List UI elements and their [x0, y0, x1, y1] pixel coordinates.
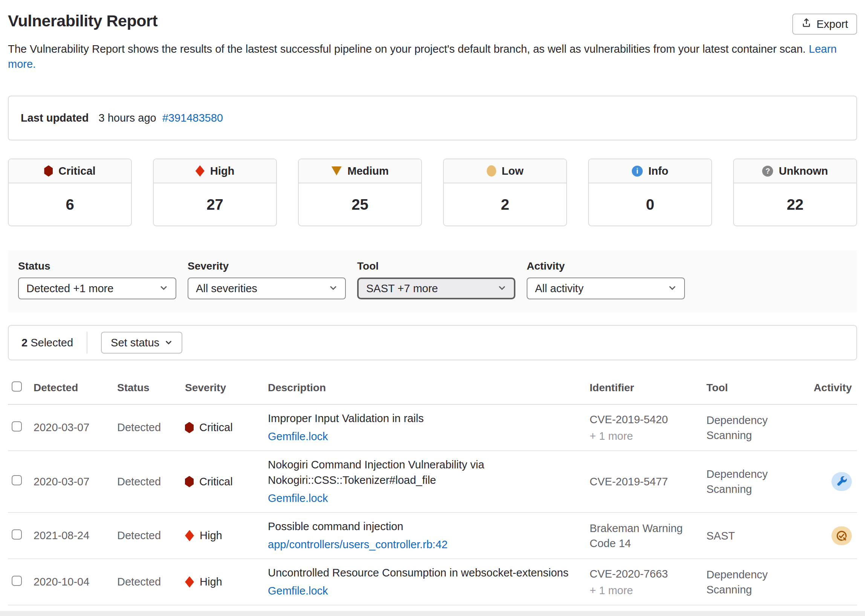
severity-card-info: Info 0 [588, 159, 712, 226]
selection-bar: 2 Selected Set status [8, 325, 857, 360]
header-description: Description [268, 382, 589, 394]
filter-activity: Activity All activity [527, 260, 685, 299]
activity-filter-value: All activity [535, 282, 584, 295]
row-checkbox[interactable] [12, 576, 22, 586]
card-count: 22 [734, 183, 856, 226]
cell-status: Detected [117, 530, 185, 542]
severity-summary: Critical 6 High 27 Medium 25 Low 2 [8, 159, 857, 226]
card-count: 27 [154, 183, 276, 226]
export-button[interactable]: Export [792, 14, 857, 35]
set-status-button[interactable]: Set status [101, 332, 182, 354]
vulnerability-title-link[interactable]: Possible command injection [268, 519, 581, 534]
issue-resolved-icon [832, 526, 852, 545]
location-link[interactable]: Gemfile.lock [268, 583, 328, 599]
table-row: 2020-03-07 Detected Critical Improper In… [8, 405, 857, 451]
cell-identifier: Brakeman Warning Code 14 [589, 521, 697, 551]
cell-activity [797, 526, 857, 545]
card-label: Medium [347, 165, 389, 178]
identifier-more: + 1 more [589, 583, 697, 598]
cell-identifier: CVE-2019-5420 [589, 412, 697, 427]
vulnerability-title-link[interactable]: Nokogiri Command Injection Vulnerability… [268, 457, 581, 488]
cell-activity [797, 472, 857, 491]
vulnerability-title-link[interactable]: Improper Input Validation in rails [268, 411, 581, 426]
chevron-down-icon [165, 336, 173, 349]
cell-identifier: CVE-2020-7663 [589, 566, 697, 581]
cell-severity: Critical [199, 421, 233, 434]
severity-filter-dropdown[interactable]: All severities [187, 278, 346, 299]
header-tool: Tool [706, 382, 797, 394]
table-body: 2020-03-07 Detected Critical Improper In… [8, 405, 857, 616]
severity-card-high: High 27 [153, 159, 277, 226]
cell-detected: 2021-08-24 [33, 530, 117, 542]
page-title: Vulnerability Report [8, 11, 158, 31]
activity-filter-dropdown[interactable]: All activity [527, 278, 685, 299]
row-checkbox[interactable] [12, 475, 22, 486]
cell-status: Detected [117, 476, 185, 488]
severity-card-critical: Critical 6 [8, 159, 132, 226]
page-header: Vulnerability Report Export [8, 0, 857, 35]
last-updated-time: 3 hours ago [98, 112, 156, 124]
cell-severity: Critical [199, 476, 233, 488]
chevron-down-icon [498, 282, 506, 295]
cell-detected: 2020-10-04 [33, 576, 117, 588]
vulnerability-table: Detected Status Severity Description Ide… [8, 372, 857, 616]
filter-severity: Severity All severities [187, 260, 346, 299]
cell-detected: 2020-03-07 [33, 421, 117, 434]
card-count: 2 [444, 183, 566, 226]
chevron-down-icon [329, 282, 337, 295]
severity-critical-icon [185, 422, 194, 434]
divider [87, 332, 87, 354]
status-filter-dropdown[interactable]: Detected +1 more [18, 278, 176, 299]
card-label: Info [648, 165, 668, 178]
filter-tool-label: Tool [357, 260, 515, 272]
header-severity: Severity [185, 382, 268, 394]
filter-severity-label: Severity [187, 260, 346, 272]
card-label: Low [502, 165, 524, 178]
identifier-more: + 1 more [589, 429, 697, 443]
table-row: 2021-08-24 Detected High Possible comman… [8, 513, 857, 559]
remediation-wrench-icon [832, 472, 852, 491]
filter-status-label: Status [18, 260, 176, 272]
cell-tool: Dependency Scanning [706, 413, 788, 443]
export-icon [801, 18, 811, 30]
severity-low-icon [487, 165, 496, 177]
select-all-checkbox[interactable] [12, 382, 22, 391]
card-label: Critical [58, 165, 95, 178]
last-updated-bar: Last updated 3 hours ago #391483580 [8, 96, 857, 140]
location-link[interactable]: Gemfile.lock [268, 490, 328, 506]
page-description: The Vulnerability Report shows the resul… [8, 41, 857, 72]
card-label: High [210, 165, 234, 178]
table-row: 2020-03-07 Detected Critical Nokogiri Co… [8, 451, 857, 513]
chevron-down-icon [668, 282, 677, 295]
severity-card-medium: Medium 25 [298, 159, 422, 226]
vulnerability-title-link[interactable]: Uncontrolled Resource Consumption in web… [268, 565, 581, 581]
tool-filter-dropdown[interactable]: SAST +7 more [357, 278, 515, 299]
cell-tool: SAST [706, 528, 788, 543]
severity-filter-value: All severities [196, 282, 257, 295]
tool-filter-value: SAST +7 more [366, 282, 438, 295]
export-label: Export [816, 18, 848, 30]
severity-high-icon [185, 577, 194, 588]
cell-identifier: CVE-2019-5477 [589, 474, 697, 489]
severity-critical-icon [44, 165, 53, 177]
row-checkbox[interactable] [12, 421, 22, 432]
pipeline-link[interactable]: #391483580 [162, 112, 223, 124]
severity-medium-icon [331, 167, 342, 176]
set-status-label: Set status [111, 336, 159, 349]
severity-card-low: Low 2 [443, 159, 567, 226]
header-status: Status [117, 382, 185, 394]
location-link[interactable]: app/controllers/users_controller.rb:42 [268, 537, 447, 552]
severity-unknown-icon [762, 166, 773, 177]
cell-tool: Dependency Scanning [706, 467, 788, 497]
severity-info-icon [632, 166, 643, 177]
card-label: Unknown [779, 165, 828, 178]
cell-tool: Dependency Scanning [706, 567, 788, 597]
table-row: 2020-10-04 Detected High Uncontrolled Re… [8, 559, 857, 605]
filter-status: Status Detected +1 more [18, 260, 176, 299]
card-count: 6 [9, 183, 131, 226]
location-link[interactable]: Gemfile.lock [268, 429, 328, 444]
description-text: The Vulnerability Report shows the resul… [8, 43, 806, 55]
row-checkbox[interactable] [12, 530, 22, 539]
status-filter-value: Detected +1 more [26, 282, 113, 295]
header-detected: Detected [33, 382, 117, 394]
